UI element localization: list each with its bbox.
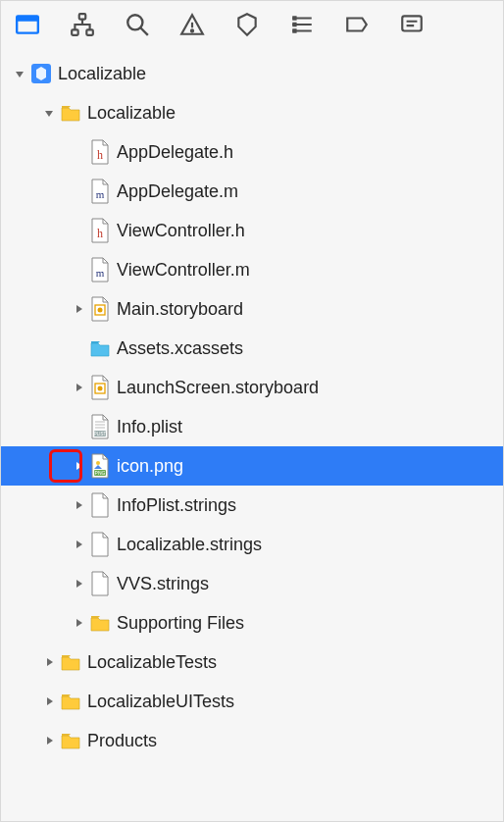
tree-row[interactable]: PLISTInfo.plist bbox=[1, 407, 503, 446]
tree-row[interactable]: hAppDelegate.h bbox=[1, 132, 503, 172]
tree-row[interactable]: hViewController.h bbox=[1, 211, 503, 250]
tree-item-label: AppDelegate.h bbox=[117, 142, 233, 163]
disclosure-none bbox=[72, 263, 85, 277]
tests-icon[interactable] bbox=[232, 10, 262, 39]
tree-row[interactable]: Assets.xcassets bbox=[1, 329, 503, 368]
svg-text:m: m bbox=[96, 188, 105, 200]
m-icon: m bbox=[89, 179, 111, 204]
m-icon: m bbox=[89, 257, 111, 283]
disclosure-closed-icon[interactable] bbox=[72, 381, 85, 394]
tree-row[interactable]: Localizable bbox=[1, 93, 503, 132]
svg-text:PLIST: PLIST bbox=[94, 432, 107, 437]
project-tree: LocalizableLocalizablehAppDelegate.hmApp… bbox=[1, 48, 503, 760]
svg-rect-2 bbox=[79, 14, 86, 19]
tree-item-label: Supporting Files bbox=[117, 613, 244, 634]
reports-icon[interactable] bbox=[397, 10, 427, 39]
tree-item-label: Localizable bbox=[58, 64, 146, 84]
folder-icon bbox=[60, 100, 81, 126]
svg-rect-7 bbox=[402, 16, 422, 30]
disclosure-none bbox=[72, 224, 85, 237]
source-control-icon[interactable] bbox=[68, 10, 97, 39]
tree-item-label: AppDelegate.m bbox=[117, 181, 238, 202]
svg-point-5 bbox=[127, 15, 142, 29]
png-icon: PNG bbox=[89, 453, 111, 479]
strings-icon bbox=[89, 532, 111, 557]
disclosure-closed-icon[interactable] bbox=[42, 694, 56, 708]
disclosure-closed-icon[interactable] bbox=[72, 459, 85, 473]
tree-item-label: LocalizableTests bbox=[87, 652, 217, 673]
svg-point-21 bbox=[96, 461, 100, 465]
tree-item-label: InfoPlist.strings bbox=[117, 495, 236, 516]
navigator-panel: LocalizableLocalizablehAppDelegate.hmApp… bbox=[0, 0, 504, 822]
disclosure-none bbox=[72, 184, 85, 198]
tree-row[interactable]: Localizable bbox=[1, 54, 503, 93]
disclosure-none bbox=[72, 420, 85, 434]
navigator-toolbar bbox=[1, 1, 503, 48]
tree-row[interactable]: Main.storyboard bbox=[1, 289, 503, 329]
h-icon: h bbox=[89, 218, 111, 243]
disclosure-open-icon[interactable] bbox=[13, 67, 26, 80]
tree-item-label: Info.plist bbox=[117, 417, 182, 437]
tree-row[interactable]: LocalizableTests bbox=[1, 642, 503, 682]
tree-row[interactable]: Localizable.strings bbox=[1, 525, 503, 564]
svg-text:h: h bbox=[97, 148, 103, 162]
disclosure-closed-icon[interactable] bbox=[72, 616, 85, 630]
tree-item-label: ViewController.h bbox=[117, 221, 245, 241]
strings-icon bbox=[89, 571, 111, 596]
tree-row[interactable]: PNGicon.png bbox=[1, 446, 503, 486]
assets-icon bbox=[89, 335, 111, 361]
project-icon bbox=[30, 61, 52, 86]
svg-point-16 bbox=[98, 386, 103, 391]
tree-item-label: LocalizableUITests bbox=[87, 692, 234, 712]
folder-icon bbox=[89, 610, 111, 636]
tree-row[interactable]: InfoPlist.strings bbox=[1, 486, 503, 525]
tree-row[interactable]: Supporting Files bbox=[1, 603, 503, 642]
folder-icon bbox=[60, 689, 81, 714]
svg-point-6 bbox=[191, 29, 193, 31]
svg-text:h: h bbox=[97, 227, 103, 240]
disclosure-none bbox=[72, 341, 85, 355]
tree-row[interactable]: LocalizableUITests bbox=[1, 682, 503, 721]
disclosure-closed-icon[interactable] bbox=[42, 655, 56, 669]
tree-row[interactable]: VVS.strings bbox=[1, 564, 503, 603]
disclosure-closed-icon[interactable] bbox=[42, 734, 56, 747]
folder-icon bbox=[60, 728, 81, 753]
issues-icon[interactable] bbox=[177, 10, 207, 39]
tree-item-label: LaunchScreen.storyboard bbox=[117, 378, 319, 398]
breakpoints-icon[interactable] bbox=[342, 10, 372, 39]
disclosure-closed-icon[interactable] bbox=[72, 577, 85, 591]
h-icon: h bbox=[89, 139, 111, 165]
svg-text:m: m bbox=[96, 267, 105, 279]
plist-icon: PLIST bbox=[89, 414, 111, 439]
tree-item-label: VVS.strings bbox=[117, 574, 209, 594]
disclosure-closed-icon[interactable] bbox=[72, 538, 85, 551]
file-navigator-icon[interactable] bbox=[13, 10, 42, 39]
disclosure-none bbox=[72, 145, 85, 159]
tree-item-label: Localizable bbox=[87, 103, 176, 124]
svg-point-14 bbox=[98, 308, 103, 313]
svg-text:PNG: PNG bbox=[95, 470, 106, 476]
search-icon[interactable] bbox=[123, 10, 152, 39]
tree-row[interactable]: mViewController.m bbox=[1, 250, 503, 289]
tree-item-label: Assets.xcassets bbox=[117, 338, 243, 359]
tree-item-label: Main.storyboard bbox=[117, 299, 243, 320]
disclosure-closed-icon[interactable] bbox=[72, 302, 85, 316]
svg-rect-4 bbox=[86, 29, 93, 34]
tree-row[interactable]: LaunchScreen.storyboard bbox=[1, 368, 503, 407]
disclosure-open-icon[interactable] bbox=[42, 106, 56, 120]
tree-item-label: ViewController.m bbox=[117, 260, 250, 281]
storyboard-icon bbox=[89, 375, 111, 400]
debug-icon[interactable] bbox=[287, 10, 317, 39]
tree-row[interactable]: Products bbox=[1, 721, 503, 760]
strings-icon bbox=[89, 492, 111, 518]
storyboard-icon bbox=[89, 296, 111, 322]
svg-rect-1 bbox=[17, 16, 38, 21]
tree-row[interactable]: mAppDelegate.m bbox=[1, 172, 503, 211]
tree-item-label: Products bbox=[87, 731, 157, 751]
tree-item-label: Localizable.strings bbox=[117, 535, 262, 555]
tree-item-label: icon.png bbox=[117, 456, 183, 477]
folder-icon bbox=[60, 649, 81, 675]
svg-rect-3 bbox=[72, 29, 78, 34]
disclosure-closed-icon[interactable] bbox=[72, 498, 85, 512]
